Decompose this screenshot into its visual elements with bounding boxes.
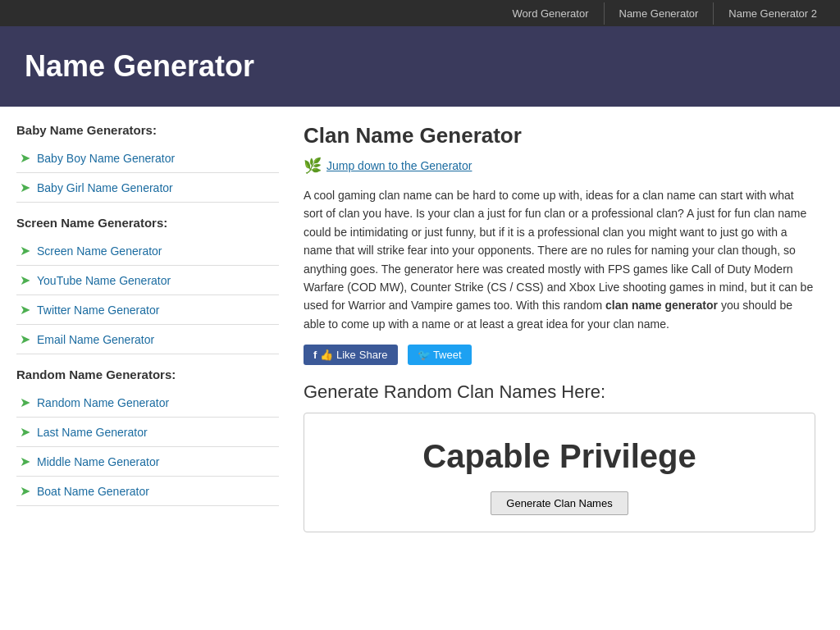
sidebar-section-random: Random Name Generators: <box>16 368 279 381</box>
generated-name: Capable Privilege <box>321 438 798 475</box>
sidebar-item-label: Screen Name Generator <box>37 244 162 258</box>
sidebar-section-baby: Baby Name Generators: <box>16 123 279 137</box>
facebook-like-button[interactable]: f 👍 Like Share <box>304 345 398 365</box>
sidebar-item-email-name[interactable]: ➤ Email Name Generator <box>16 325 279 354</box>
sidebar-item-screen-name[interactable]: ➤ Screen Name Generator <box>16 236 279 266</box>
sidebar-item-label: Baby Girl Name Generator <box>37 181 173 194</box>
description-paragraph: A cool gaming clan name can be hard to c… <box>304 186 815 333</box>
arrow-icon: ➤ <box>20 424 30 440</box>
fb-like-label: 👍 Like <box>320 349 355 361</box>
arrow-icon: ➤ <box>20 302 30 317</box>
sidebar-item-label: Boat Name Generator <box>37 485 149 498</box>
content-title: Clan Name Generator <box>304 123 815 148</box>
tweet-button[interactable]: 🐦 Tweet <box>408 345 472 365</box>
sidebar-item-twitter-name[interactable]: ➤ Twitter Name Generator <box>16 295 279 325</box>
leaf-icon: 🌿 <box>304 157 322 175</box>
page-title: Name Generator <box>25 49 815 84</box>
arrow-icon: ➤ <box>20 150 30 166</box>
sidebar-section-screen: Screen Name Generators: <box>16 216 279 230</box>
arrow-icon: ➤ <box>20 483 30 499</box>
page-header: Name Generator <box>0 26 840 107</box>
fb-share-label: Share <box>359 349 388 361</box>
sidebar-item-baby-boy[interactable]: ➤ Baby Boy Name Generator <box>16 144 279 173</box>
main-container: Baby Name Generators: ➤ Baby Boy Name Ge… <box>0 107 840 549</box>
description-text-part1: A cool gaming clan name can be hard to c… <box>304 189 813 312</box>
social-buttons: f 👍 Like Share 🐦 Tweet <box>304 345 815 365</box>
sidebar-item-label: Baby Boy Name Generator <box>37 152 175 165</box>
arrow-icon: ➤ <box>20 395 30 410</box>
generate-button[interactable]: Generate Clan Names <box>491 491 628 515</box>
sidebar-item-label: YouTube Name Generator <box>37 274 171 287</box>
arrow-icon: ➤ <box>20 243 30 258</box>
bold-keyword: clan name generator <box>605 299 718 312</box>
sidebar-item-label: Email Name Generator <box>37 333 154 346</box>
arrow-icon: ➤ <box>20 454 30 469</box>
jump-link[interactable]: Jump down to the Generator <box>326 159 472 172</box>
generator-box: Capable Privilege Generate Clan Names <box>304 413 815 532</box>
sidebar-item-youtube-name[interactable]: ➤ YouTube Name Generator <box>16 266 279 295</box>
jump-link-container: 🌿 Jump down to the Generator <box>304 157 815 175</box>
arrow-icon: ➤ <box>20 180 30 195</box>
nav-item-word-generator[interactable]: Word Generator <box>498 2 605 25</box>
sidebar-item-last-name[interactable]: ➤ Last Name Generator <box>16 418 279 447</box>
arrow-icon: ➤ <box>20 331 30 347</box>
facebook-icon: f <box>313 349 317 361</box>
sidebar-item-baby-girl[interactable]: ➤ Baby Girl Name Generator <box>16 173 279 203</box>
sidebar-item-boat-name[interactable]: ➤ Boat Name Generator <box>16 477 279 506</box>
sidebar-item-label: Random Name Generator <box>37 396 169 409</box>
sidebar-item-label: Middle Name Generator <box>37 455 159 468</box>
sidebar-item-label: Twitter Name Generator <box>37 304 159 317</box>
arrow-icon: ➤ <box>20 272 30 288</box>
generate-section-title: Generate Random Clan Names Here: <box>304 381 815 403</box>
sidebar-item-random-name[interactable]: ➤ Random Name Generator <box>16 388 279 418</box>
tweet-label: 🐦 Tweet <box>418 349 462 361</box>
top-nav: Word Generator Name Generator Name Gener… <box>0 0 840 26</box>
main-content: Clan Name Generator 🌿 Jump down to the G… <box>287 115 832 541</box>
nav-item-name-generator-2[interactable]: Name Generator 2 <box>714 2 832 25</box>
sidebar-item-middle-name[interactable]: ➤ Middle Name Generator <box>16 447 279 477</box>
sidebar: Baby Name Generators: ➤ Baby Boy Name Ge… <box>8 115 287 541</box>
nav-item-name-generator[interactable]: Name Generator <box>605 2 714 25</box>
sidebar-item-label: Last Name Generator <box>37 426 148 439</box>
